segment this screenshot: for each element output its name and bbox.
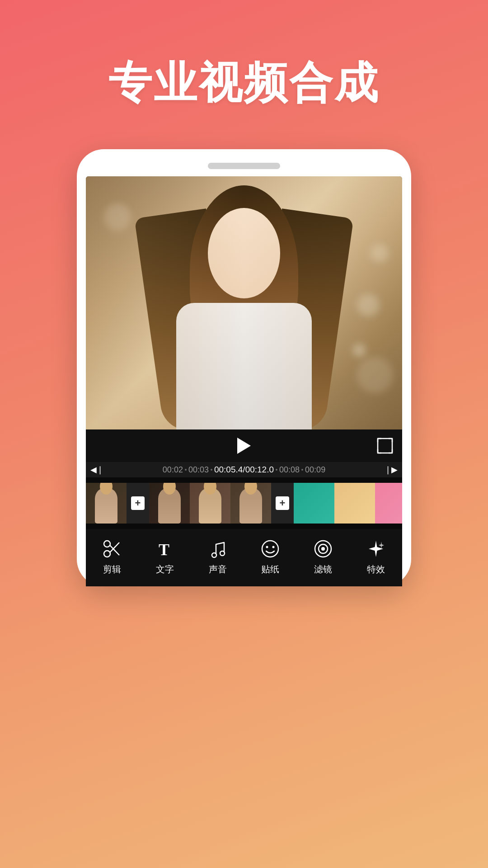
skip-end-icon[interactable]: ❘▶	[385, 465, 398, 475]
clips-row: +	[86, 477, 402, 529]
timeline-dot-2	[211, 469, 212, 471]
timeline-dot-1	[185, 469, 187, 471]
audio-label: 声音	[209, 563, 227, 576]
total-time-value: 00:12.0	[245, 465, 274, 474]
marker-00-08: 00:08	[279, 465, 300, 475]
timeline-current-time: 00:05.4/00:12.0	[214, 465, 274, 475]
filter-icon	[311, 537, 335, 561]
effect-label: 特效	[367, 563, 385, 576]
timeline-items: 00:02 00:03 00:05.4/00:12.0 00:08 00:09	[106, 465, 382, 475]
smiley-icon	[258, 537, 282, 561]
play-button[interactable]	[237, 438, 251, 454]
timeline-bar: ◀❘ 00:02 00:03 00:05.4/00:12.0 00:08 00:…	[86, 462, 402, 477]
tool-text[interactable]: T 文字	[153, 537, 177, 576]
clip-3[interactable]	[190, 483, 230, 524]
add-clip-btn-2[interactable]: +	[271, 483, 294, 524]
svg-rect-0	[378, 439, 392, 453]
bottom-toolbar: 剪辑 T 文字	[86, 529, 402, 586]
tool-filter[interactable]: 滤镜	[311, 537, 335, 576]
tool-cut[interactable]: 剪辑	[100, 537, 124, 576]
svg-point-9	[266, 546, 268, 548]
music-icon	[206, 537, 230, 561]
clip-7[interactable]	[375, 483, 402, 524]
clip-1[interactable]	[86, 483, 127, 524]
svg-point-13	[321, 547, 325, 551]
tool-audio[interactable]: 声音	[206, 537, 230, 576]
clip-6[interactable]	[334, 483, 375, 524]
filter-label: 滤镜	[314, 563, 332, 576]
title-area: 专业视频合成	[108, 54, 380, 113]
tool-effect[interactable]: 特效	[364, 537, 388, 576]
svg-point-8	[262, 541, 278, 557]
svg-text:T: T	[159, 541, 169, 559]
text-label: 文字	[156, 563, 174, 576]
svg-point-2	[104, 551, 110, 557]
clip-5[interactable]	[294, 483, 334, 524]
clip-2[interactable]	[149, 483, 190, 524]
video-preview	[86, 176, 402, 429]
clip-4[interactable]	[230, 483, 271, 524]
scissors-icon	[100, 537, 124, 561]
tool-sticker[interactable]: 贴纸	[258, 537, 282, 576]
sticker-label: 贴纸	[261, 563, 279, 576]
phone-screen: ◀❘ 00:02 00:03 00:05.4/00:12.0 00:08 00:…	[86, 176, 402, 586]
svg-point-7	[220, 551, 225, 556]
skip-start-icon[interactable]: ◀❘	[90, 465, 103, 475]
current-time-value: 00:05.4	[214, 465, 243, 474]
svg-point-1	[104, 541, 110, 547]
page-title: 专业视频合成	[108, 54, 380, 113]
marker-00-03: 00:03	[188, 465, 209, 475]
cut-label: 剪辑	[103, 563, 121, 576]
svg-point-10	[272, 546, 275, 548]
marker-00-09: 00:09	[305, 465, 325, 475]
timeline-dot-3	[276, 469, 277, 471]
phone-notch	[208, 163, 280, 169]
sparkle-icon	[364, 537, 388, 561]
playback-controls	[86, 429, 402, 462]
timeline-dot-4	[301, 469, 303, 471]
video-bg	[86, 176, 402, 429]
text-icon: T	[153, 537, 177, 561]
svg-point-6	[212, 553, 216, 557]
scene-overlay	[86, 176, 402, 429]
add-clip-btn-1[interactable]: +	[127, 483, 149, 524]
fullscreen-icon[interactable]	[377, 438, 393, 454]
phone-mockup: ◀❘ 00:02 00:03 00:05.4/00:12.0 00:08 00:…	[77, 149, 411, 586]
marker-00-02: 00:02	[163, 465, 183, 475]
app-background: 专业视频合成	[0, 0, 488, 868]
play-button-wrapper[interactable]	[122, 438, 366, 454]
